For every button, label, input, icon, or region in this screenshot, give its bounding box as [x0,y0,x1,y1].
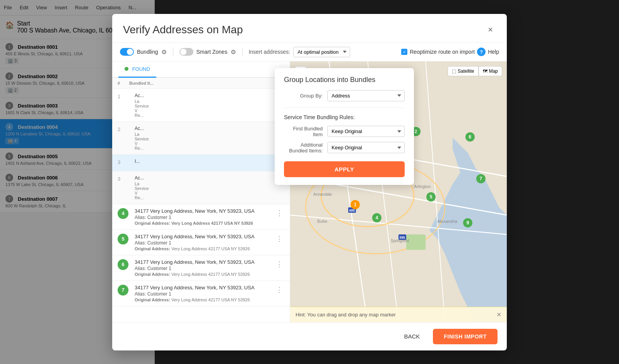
group-by-select[interactable]: Address Customer Zone [327,90,405,101]
address-text-4: 34177 Very Long Address, New York, NY 53… [135,208,271,214]
back-button[interactable]: BACK [396,329,427,343]
row-content-1: Ac... LaServiceVRe... [135,93,271,118]
modal-footer: BACK FINISH IMPORT [112,322,507,350]
bundling-settings-icon[interactable]: ⚙ [161,48,167,56]
alias-4: Alias: Customer 1 [135,215,271,220]
tab-found[interactable]: FOUND [118,62,156,78]
bundle-popup: Group Locations into Bundles Group By: A… [275,68,414,185]
bundled-row-3-highlighted: 3 I... 🗑 [112,155,290,171]
insert-addresses-group: Insert addresses: At optimal position [249,47,350,57]
address-text-5: 34177 Very Long Address, New York, NY 53… [135,234,271,239]
toolbar-divider-2 [242,47,243,56]
addr-dots-btn-7[interactable]: ⋮ [274,285,284,295]
reoptimize-checkbox[interactable]: ✓ [401,49,407,55]
hint-bar: Hint: You can drag and drop any map mark… [290,307,507,322]
row-main-1: Ac... [135,93,271,98]
group-by-row: Group By: Address Customer Zone [284,90,405,101]
map-marker-5[interactable]: 5 [426,192,436,202]
bundled-tabs: FOUND [112,62,290,78]
address-text-6: 34177 Very Long Address, New York, NY 53… [135,259,271,265]
found-dot [125,67,128,71]
bundled-row-1: 1 Ac... LaServiceVRe... ⋮ [112,89,290,122]
additional-label: Additional Bundled Items: [284,142,323,154]
svg-text:Alexandria: Alexandria [437,219,458,224]
alias-6: Alias: Customer 1 [135,266,271,271]
row-main-2: Ac... [135,126,271,131]
popup-divider [284,108,405,108]
satellite-icon: ⬚ [452,68,456,74]
insert-addresses-label: Insert addresses: [249,49,290,55]
bundled-row-2: 2 Ac... LaServiceVRe... ⋮ [112,122,290,155]
circle-4: 4 [118,208,128,219]
original-addr-4: Original Address: Very Long Address 4217… [135,221,271,226]
alias-7: Alias: Customer 1 [135,291,271,297]
row-main-3b: Ac... [135,175,271,181]
modal-close-button[interactable]: × [485,23,496,36]
address-content-5: 34177 Very Long Address, New York, NY 53… [135,234,271,251]
reoptimize-label: Reoptimize route on import [410,49,475,55]
addr-dots-btn-4[interactable]: ⋮ [274,208,284,218]
circle-6: 6 [118,259,128,270]
group-by-label: Group By: [284,93,323,99]
first-bundled-label: First Bundled Item [284,126,323,137]
row-sub-1: LaServiceVRe... [135,99,271,118]
row-content-3b: Ac... LaServiceVRe... [135,175,271,200]
apply-button[interactable]: APPLY [284,161,405,177]
map-marker-6[interactable]: 6 [465,132,475,142]
popup-title: Group Locations into Bundles [284,76,405,84]
bundled-panel: FOUND # Bundled It... 1 Ac... [112,62,290,322]
insert-position-select[interactable]: At optimal position [293,47,350,57]
addr-dots-btn-5[interactable]: ⋮ [274,234,284,244]
row-num-1: 1 [118,93,132,99]
first-bundled-select[interactable]: Keep Original Sum Average [327,126,405,137]
circle-7: 7 [118,285,128,296]
header-info [199,81,269,85]
smart-zones-settings-icon[interactable]: ⚙ [231,48,236,56]
original-addr-6: Original Address: Very Long Address 4217… [135,272,271,277]
map-marker-9[interactable]: 9 [463,218,472,227]
svg-text:Burke: Burke [317,219,328,224]
verify-addresses-modal: Verify Addresses on Map × Bundling ⚙ Sma… [112,14,507,350]
smart-zones-toggle[interactable] [180,48,193,56]
bundled-items-list: 1 Ac... LaServiceVRe... ⋮ 2 Ac... [112,89,290,322]
original-addr-5: Original Address: Very Long Address 4217… [135,246,271,251]
modal-title: Verify Addresses on Map [123,24,243,36]
map-marker-4[interactable]: 4 [372,213,381,222]
satellite-button[interactable]: ⬚ Satellite [448,66,479,76]
row-sub-2: LaServiceVRe... [135,132,271,150]
map-marker-1[interactable]: 1 [351,200,360,209]
bundled-header: # Bundled It... [112,78,290,89]
address-item-5: 5 34177 Very Long Address, New York, NY … [112,230,290,255]
header-bundled: Bundled It... [129,81,199,85]
svg-rect-11 [406,234,426,250]
modal-header: Verify Addresses on Map × [112,14,507,43]
row-main-3: I... [135,159,272,164]
help-button[interactable]: ? [477,48,486,56]
toolbar-divider-1 [173,47,173,56]
row-sub-3b: LaServiceVRe... [135,181,271,200]
bundling-group: Bundling ⚙ [120,48,167,56]
addr-dots-btn-6[interactable]: ⋮ [274,259,284,269]
address-item-4: 4 34177 Very Long Address, New York, NY … [112,204,290,230]
header-num: # [118,81,129,85]
smart-zones-label: Smart Zones [197,49,227,55]
map-marker-7[interactable]: 7 [476,174,486,183]
modal-toolbar: Bundling ⚙ Smart Zones ⚙ Insert addresse… [112,43,507,62]
row-content-2: Ac... LaServiceVRe... [135,126,271,150]
hint-close-button[interactable]: ✕ [496,311,501,318]
address-text-7: 34177 Very Long Address, New York, NY 53… [135,285,271,291]
original-addr-7: Original Address: Very Long Address 4217… [135,297,271,302]
map-type-controls: ⬚ Satellite 🗺 Map [448,66,502,76]
smart-zones-group: Smart Zones ⚙ [180,48,236,56]
circle-5: 5 [118,234,128,244]
map-button[interactable]: 🗺 Map [479,66,502,76]
bundling-toggle[interactable] [120,48,134,56]
additional-bundled-row: Additional Bundled Items: Keep Original … [284,142,405,154]
address-item-7: 7 34177 Very Long Address, New York, NY … [112,281,290,306]
additional-select[interactable]: Keep Original Sum Average [327,142,405,153]
first-bundled-row: First Bundled Item Keep Original Sum Ave… [284,126,405,137]
row-num-3b: 3 [118,175,132,182]
finish-import-button[interactable]: FINISH IMPORT [433,329,498,344]
bundled-row-3b: 3 Ac... LaServiceVRe... ⋮ [112,171,290,204]
row-num-2: 2 [118,126,132,132]
